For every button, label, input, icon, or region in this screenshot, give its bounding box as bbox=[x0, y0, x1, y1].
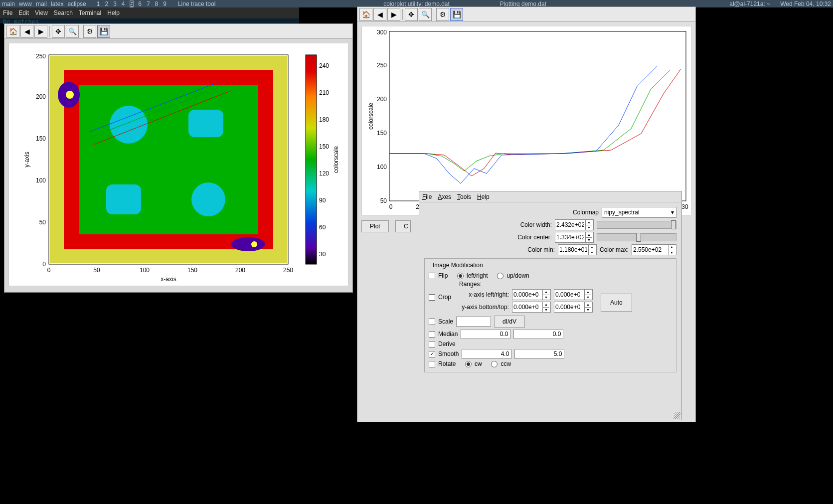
zoom-icon[interactable]: 🔍 bbox=[66, 25, 79, 38]
median-checkbox[interactable] bbox=[429, 331, 435, 337]
configure-icon[interactable]: ⚙ bbox=[436, 8, 449, 21]
workspace-9[interactable]: 9 bbox=[163, 0, 167, 7]
home-icon[interactable]: 🏠 bbox=[359, 8, 372, 21]
workspace-8[interactable]: 8 bbox=[155, 0, 159, 7]
workspace-3[interactable]: 3 bbox=[113, 0, 117, 7]
xtick: 0 bbox=[47, 267, 51, 274]
ytick: 150 bbox=[36, 135, 46, 142]
leftright-radio[interactable] bbox=[457, 273, 464, 279]
cw-radio[interactable] bbox=[465, 361, 472, 367]
color-width-slider[interactable] bbox=[597, 221, 676, 229]
chevron-down-icon: ▾ bbox=[671, 209, 674, 216]
color-width-input[interactable]: ▲▼ bbox=[555, 219, 594, 230]
xtick: 200 bbox=[235, 267, 245, 274]
color-min-input[interactable]: ▲▼ bbox=[558, 244, 597, 255]
menu-file[interactable]: File bbox=[422, 193, 432, 200]
back-icon[interactable]: ◀ bbox=[373, 8, 386, 21]
color-max-input[interactable]: ▲▼ bbox=[632, 244, 676, 255]
ccw-radio[interactable] bbox=[491, 361, 498, 367]
median-1-input[interactable] bbox=[461, 329, 510, 339]
ytick: 150 bbox=[377, 130, 387, 137]
save-icon[interactable]: 💾 bbox=[97, 25, 110, 38]
workspace-2[interactable]: 2 bbox=[104, 0, 109, 7]
menu-help[interactable]: Help bbox=[107, 9, 120, 16]
y-bottom-input[interactable]: ▲▼ bbox=[512, 302, 551, 313]
menu-edit[interactable]: Edit bbox=[18, 9, 29, 16]
flip-checkbox[interactable] bbox=[429, 273, 435, 279]
ws-label[interactable]: main bbox=[2, 0, 15, 7]
colormap-select[interactable]: nipy_spectral ▾ bbox=[602, 207, 676, 218]
ws-label[interactable]: mail bbox=[36, 0, 47, 7]
menu-file[interactable]: File bbox=[3, 9, 12, 16]
ws-label[interactable]: latex bbox=[51, 0, 63, 7]
pan-icon[interactable]: ✥ bbox=[52, 25, 65, 38]
back-icon[interactable]: ◀ bbox=[20, 25, 33, 38]
colorplot-window: 🏠 ◀ ▶ ✥ 🔍 ⚙ 💾 bbox=[4, 23, 353, 293]
smooth-checkbox[interactable]: ✓ bbox=[429, 351, 435, 357]
menu-tools[interactable]: Tools bbox=[457, 193, 471, 200]
cbtick: 30 bbox=[319, 251, 326, 258]
ytick: 50 bbox=[380, 197, 387, 204]
workspace-5[interactable]: 5 bbox=[130, 0, 134, 7]
scale-input[interactable] bbox=[456, 317, 491, 327]
settings-panel: File Axes Tools Help Colormap nipy_spect… bbox=[419, 191, 682, 420]
auto-button[interactable]: Auto bbox=[601, 294, 632, 312]
menu-terminal[interactable]: Terminal bbox=[79, 9, 101, 16]
updown-label: up/down bbox=[506, 272, 529, 279]
forward-icon[interactable]: ▶ bbox=[387, 8, 400, 21]
heatmap-plot[interactable]: 250 200 150 100 50 0 0 50 100 150 200 25… bbox=[8, 43, 348, 286]
color-center-input[interactable]: ▲▼ bbox=[555, 232, 594, 243]
c-button[interactable]: C bbox=[395, 220, 411, 232]
plot-button[interactable]: Plot bbox=[361, 220, 389, 232]
workspace-7[interactable]: 7 bbox=[146, 0, 151, 7]
cbtick: 120 bbox=[319, 170, 329, 177]
median-label: Median bbox=[438, 331, 458, 337]
x-left-input[interactable]: ▲▼ bbox=[512, 289, 551, 300]
configure-icon[interactable]: ⚙ bbox=[83, 25, 96, 38]
updown-radio[interactable] bbox=[497, 273, 503, 279]
xrange-label: x-axis left/right: bbox=[459, 291, 509, 298]
color-center-slider[interactable] bbox=[597, 233, 676, 241]
svg-point-11 bbox=[251, 241, 257, 247]
median-2-input[interactable] bbox=[513, 329, 563, 339]
user-host: al@al-7121a: ~ bbox=[729, 0, 770, 7]
menu-help[interactable]: Help bbox=[477, 193, 490, 200]
workspace-4[interactable]: 4 bbox=[121, 0, 126, 7]
menu-view[interactable]: View bbox=[35, 9, 48, 16]
didv-button[interactable]: dI/dV bbox=[494, 316, 525, 328]
home-icon[interactable]: 🏠 bbox=[6, 25, 19, 38]
terminal-menubar: File Edit View Search Terminal Help bbox=[0, 7, 299, 18]
color-max-label: Color max: bbox=[600, 246, 629, 253]
leftright-label: left/right bbox=[467, 272, 488, 279]
svg-rect-5 bbox=[188, 110, 223, 137]
menu-search[interactable]: Search bbox=[54, 9, 73, 16]
workspace-6[interactable]: 6 bbox=[138, 0, 142, 7]
x-right-input[interactable]: ▲▼ bbox=[554, 289, 593, 300]
cbtick: 240 bbox=[319, 62, 329, 69]
ylabel: colorscale bbox=[367, 103, 374, 130]
ws-label[interactable]: eclipse bbox=[67, 0, 86, 7]
smooth-1-input[interactable] bbox=[462, 349, 511, 359]
svg-point-4 bbox=[110, 106, 148, 144]
y-top-input[interactable]: ▲▼ bbox=[554, 302, 593, 313]
scale-checkbox[interactable] bbox=[429, 319, 435, 325]
xtick: 0 bbox=[389, 203, 393, 210]
line-plot[interactable]: 300 250 200 150 100 50 0 20 30 colorscal… bbox=[361, 26, 691, 215]
ytick: 250 bbox=[36, 53, 46, 60]
crop-checkbox[interactable] bbox=[429, 294, 435, 301]
save-icon[interactable]: 💾 bbox=[450, 8, 463, 21]
scale-label: Scale bbox=[438, 318, 453, 325]
forward-icon[interactable]: ▶ bbox=[34, 25, 47, 38]
ylabel: y-axis bbox=[23, 152, 30, 167]
pan-icon[interactable]: ✥ bbox=[405, 8, 418, 21]
smooth-2-input[interactable] bbox=[514, 349, 564, 359]
workspace-1[interactable]: 1 bbox=[96, 0, 101, 7]
derive-checkbox[interactable] bbox=[429, 341, 435, 347]
rotate-checkbox[interactable] bbox=[429, 361, 435, 367]
resize-grip-icon[interactable] bbox=[673, 412, 680, 419]
smooth-label: Smooth bbox=[438, 350, 459, 357]
svg-rect-6 bbox=[106, 184, 141, 214]
zoom-icon[interactable]: 🔍 bbox=[419, 8, 432, 21]
menu-axes[interactable]: Axes bbox=[438, 193, 451, 200]
ws-label[interactable]: www bbox=[19, 0, 32, 7]
